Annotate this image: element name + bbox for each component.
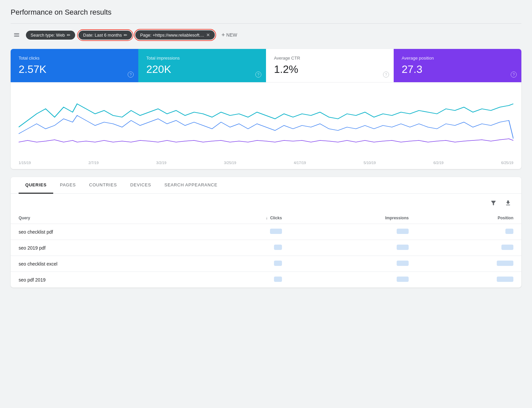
search-type-chip[interactable]: Search type: Web ✏ [26,31,75,40]
metric-label-impressions: Total impressions [146,56,258,61]
tab-pages[interactable]: PAGES [53,177,82,194]
metric-label-clicks: Total clicks [19,56,130,61]
date-label-5: 4/17/19 [294,161,306,165]
col-header-clicks[interactable]: ↓ Clicks [187,212,290,224]
impressions-cell [290,272,417,288]
tab-countries[interactable]: COUNTRIES [82,177,124,194]
metric-label-position: Average position [402,56,513,61]
query-cell[interactable]: seo 2019 pdf [11,240,187,256]
metric-value-ctr: 1.2% [274,63,386,76]
metric-label-ctr: Average CTR [274,56,386,61]
query-cell[interactable]: seo checklist pdf [11,224,187,240]
new-filter-label: NEW [226,32,237,38]
table-row: seo pdf 2019 [11,272,521,288]
date-label-8: 6/25/19 [501,161,513,165]
page-close-icon[interactable]: ✕ [206,32,210,38]
metric-value-clicks: 2.57K [19,63,130,76]
tab-devices[interactable]: DEVICES [124,177,158,194]
tab-search-appearance[interactable]: SEARCH APPEARANCE [158,177,224,194]
chart-dates: 1/15/19 2/7/19 3/2/19 3/25/19 4/17/19 5/… [19,158,513,165]
clicks-cell [187,272,290,288]
metric-value-position: 27.3 [402,63,513,76]
date-label-1: 1/15/19 [19,161,31,165]
menu-icon-button[interactable] [11,29,23,41]
clicks-cell [187,224,290,240]
query-cell[interactable]: seo pdf 2019 [11,272,187,288]
date-label-3: 3/2/19 [156,161,167,165]
date-label-7: 6/2/19 [433,161,444,165]
col-header-impressions[interactable]: Impressions [290,212,417,224]
position-cell [417,240,521,256]
metric-help-ctr[interactable]: ? [383,72,389,78]
impressions-cell [290,240,417,256]
clicks-cell [187,256,290,272]
performance-card: Total clicks 2.57K ? Total impressions 2… [11,49,521,169]
metric-tile-impressions[interactable]: Total impressions 220K ? [138,49,266,82]
tabs-row: QUERIES PAGES COUNTRIES DEVICES SEARCH A… [11,177,521,194]
date-label-6: 5/10/19 [363,161,376,165]
metric-value-impressions: 220K [146,63,258,76]
page-title: Performance on Search results [11,8,521,17]
date-label-2: 2/7/19 [88,161,99,165]
impressions-cell [290,256,417,272]
metric-help-clicks[interactable]: ? [128,72,134,78]
page-wrapper: Performance on Search results Search typ… [0,0,532,408]
col-header-position[interactable]: Position [417,212,521,224]
sort-down-icon: ↓ [266,216,268,220]
page-chip[interactable]: Page: +https://www.reliablesoft.... ✕ [135,30,215,40]
performance-chart [19,91,513,157]
date-label: Date: Last 6 months [83,33,122,38]
metric-tile-clicks[interactable]: Total clicks 2.57K ? [11,49,138,82]
date-chip[interactable]: Date: Last 6 months ✏ [78,31,132,40]
search-type-label: Search type: Web [31,33,65,38]
metrics-row: Total clicks 2.57K ? Total impressions 2… [11,49,521,83]
metric-tile-position[interactable]: Average position 27.3 ? [394,49,521,82]
download-button[interactable] [503,198,513,208]
filter-bar: Search type: Web ✏ Date: Last 6 months ✏… [11,29,521,41]
chart-area: 1/15/19 2/7/19 3/2/19 3/25/19 4/17/19 5/… [11,83,521,169]
new-filter-button[interactable]: + NEW [218,30,240,41]
tab-queries[interactable]: QUERIES [19,177,53,194]
position-cell [417,256,521,272]
filter-rows-button[interactable] [488,198,499,208]
table-row: seo checklist excel [11,256,521,272]
col-header-query: Query [11,212,187,224]
search-type-edit-icon: ✏ [67,33,70,38]
header-divider [11,23,521,24]
clicks-cell [187,240,290,256]
metric-help-impressions[interactable]: ? [255,72,261,78]
metric-tile-ctr[interactable]: Average CTR 1.2% ? [266,49,394,82]
table-row: seo checklist pdf [11,224,521,240]
position-cell [417,272,521,288]
queries-table: Query ↓ Clicks Impressions Position seo … [11,212,521,288]
page-label: Page: +https://www.reliablesoft.... [140,33,204,38]
date-edit-icon: ✏ [124,33,127,38]
impressions-cell [290,224,417,240]
table-toolbar [11,194,521,212]
date-label-4: 3/25/19 [224,161,236,165]
tabs-card: QUERIES PAGES COUNTRIES DEVICES SEARCH A… [11,177,521,288]
metric-help-position[interactable]: ? [511,72,517,78]
plus-icon: + [221,32,225,39]
table-row: seo 2019 pdf [11,240,521,256]
query-cell[interactable]: seo checklist excel [11,256,187,272]
position-cell [417,224,521,240]
